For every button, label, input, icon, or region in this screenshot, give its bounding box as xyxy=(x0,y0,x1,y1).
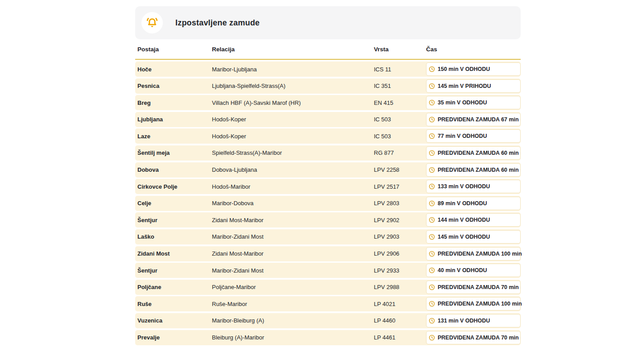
station-cell: Poljčane xyxy=(135,284,212,290)
delay-status-badge: 77 min V ODHODU xyxy=(426,129,521,143)
delay-status-label: 150 min V ODHODU xyxy=(438,66,490,72)
train-type-cell: IC 503 xyxy=(374,116,426,123)
train-type-cell: LPV 2902 xyxy=(374,217,426,223)
clock-icon xyxy=(429,234,435,240)
station-cell: Prevalje xyxy=(135,334,212,341)
table-row: Zidani Most Zidani Most-Maribor LPV 2906… xyxy=(135,246,521,261)
clock-icon xyxy=(429,133,435,139)
train-type-cell: LPV 2517 xyxy=(374,183,426,190)
route-cell: Maribor-Zidani Most xyxy=(212,267,374,274)
station-cell: Hoče xyxy=(135,66,212,73)
clock-icon xyxy=(429,99,435,106)
delay-status-badge: 89 min V ODHODU xyxy=(426,197,521,210)
delay-status-label: PREDVIDENA ZAMUDA 100 min xyxy=(438,251,522,257)
table-row: Breg Villach HBF (A)-Savski Marof (HR) E… xyxy=(135,95,521,110)
route-cell: Bleiburg (A)-Maribor xyxy=(212,334,374,341)
bell-icon xyxy=(145,16,159,29)
route-cell: Dobova-Ljubljana xyxy=(212,166,374,173)
delay-status-badge: PREDVIDENA ZAMUDA 60 min xyxy=(426,146,521,160)
clock-icon xyxy=(429,66,435,72)
clock-icon xyxy=(429,251,435,257)
route-cell: Ljubljana-Spielfeld-Strass(A) xyxy=(212,83,374,89)
route-cell: Hodoš-Maribor xyxy=(212,183,374,190)
delay-status-label: PREDVIDENA ZAMUDA 70 min xyxy=(438,335,519,341)
delay-status-label: PREDVIDENA ZAMUDA 60 min xyxy=(438,167,519,173)
route-cell: Ruše-Maribor xyxy=(212,301,374,307)
delay-status-badge: PREDVIDENA ZAMUDA 100 min xyxy=(426,297,521,310)
delay-status-badge: PREDVIDENA ZAMUDA 60 min xyxy=(426,163,521,177)
station-cell: Ljubljana xyxy=(135,116,212,123)
delay-status-label: 77 min V ODHODU xyxy=(438,133,487,139)
delay-status-label: 145 min V PRIHODU xyxy=(438,83,491,89)
time-badge-cell: 131 min V ODHODU xyxy=(426,313,521,328)
station-cell: Pesnica xyxy=(135,83,212,89)
clock-icon xyxy=(429,318,435,324)
delay-status-badge: PREDVIDENA ZAMUDA 67 min xyxy=(426,113,521,126)
table-row: Šentjur Zidani Most-Maribor LPV 2902 144… xyxy=(135,212,521,228)
route-cell: Zidani Most-Maribor xyxy=(212,217,374,223)
train-type-cell: ICS 11 xyxy=(374,66,426,73)
time-badge-cell: 144 min V ODHODU xyxy=(426,212,521,228)
highlighted-delays-card: Izpostavljene zamude Postaja Relacija Vr… xyxy=(135,6,521,347)
column-header-vrsta: Vrsta xyxy=(374,46,426,53)
station-cell: Zidani Most xyxy=(135,250,212,257)
delay-status-badge: 145 min V PRIHODU xyxy=(426,79,521,93)
delay-status-badge: 150 min V ODHODU xyxy=(426,62,521,76)
route-cell: Maribor-Bleiburg (A) xyxy=(212,317,374,324)
clock-icon xyxy=(429,267,435,273)
station-cell: Dobova xyxy=(135,166,212,173)
column-header-cas: Čas xyxy=(426,46,521,53)
time-badge-cell: 77 min V ODHODU xyxy=(426,128,521,144)
station-cell: Ruše xyxy=(135,301,212,307)
delay-status-label: PREDVIDENA ZAMUDA 100 min xyxy=(438,301,522,307)
time-badge-cell: PREDVIDENA ZAMUDA 60 min xyxy=(426,145,521,161)
route-cell: Maribor-Zidani Most xyxy=(212,233,374,240)
train-type-cell: LPV 2803 xyxy=(374,200,426,207)
delay-status-badge: 131 min V ODHODU xyxy=(426,314,521,327)
train-type-cell: LP 4461 xyxy=(374,334,426,341)
table-row: Pesnica Ljubljana-Spielfeld-Strass(A) IC… xyxy=(135,79,521,94)
time-badge-cell: PREDVIDENA ZAMUDA 70 min xyxy=(426,280,521,295)
table-row: Laze Hodoš-Koper IC 503 77 min V ODHODU xyxy=(135,128,521,144)
train-type-cell: RG 877 xyxy=(374,149,426,156)
train-type-cell: LPV 2903 xyxy=(374,233,426,240)
station-cell: Laško xyxy=(135,233,212,240)
time-badge-cell: PREDVIDENA ZAMUDA 70 min xyxy=(426,330,521,345)
time-badge-cell: PREDVIDENA ZAMUDA 67 min xyxy=(426,112,521,127)
train-type-cell: LP 4021 xyxy=(374,301,426,307)
clock-icon xyxy=(429,301,435,307)
table-row: Šentjur Maribor-Zidani Most LPV 2933 40 … xyxy=(135,263,521,278)
delay-status-badge: 40 min V ODHODU xyxy=(426,264,521,277)
clock-icon xyxy=(429,217,435,223)
delay-status-label: PREDVIDENA ZAMUDA 67 min xyxy=(438,116,519,123)
route-cell: Zidani Most-Maribor xyxy=(212,250,374,257)
delay-status-label: 131 min V ODHODU xyxy=(438,318,490,324)
station-cell: Breg xyxy=(135,99,212,106)
delay-status-badge: 145 min V ODHODU xyxy=(426,230,521,244)
delay-status-label: PREDVIDENA ZAMUDA 60 min xyxy=(438,150,519,156)
table-row: Šentilj meja Spielfeld-Strass(A)-Maribor… xyxy=(135,145,521,161)
station-cell: Šentjur xyxy=(135,267,212,274)
route-cell: Maribor-Dobova xyxy=(212,200,374,207)
train-type-cell: LP 4460 xyxy=(374,317,426,324)
table-row: Ljubljana Hodoš-Koper IC 503 PREDVIDENA … xyxy=(135,112,521,127)
table-row: Dobova Dobova-Ljubljana LPV 2258 PREDVID… xyxy=(135,162,521,178)
delay-status-label: 133 min V ODHODU xyxy=(438,183,490,190)
clock-icon xyxy=(429,116,435,123)
train-type-cell: EN 415 xyxy=(374,99,426,106)
route-cell: Poljčane-Maribor xyxy=(212,284,374,290)
delay-status-badge: PREDVIDENA ZAMUDA 70 min xyxy=(426,331,521,344)
station-cell: Celje xyxy=(135,200,212,207)
clock-icon xyxy=(429,150,435,156)
card-header: Izpostavljene zamude xyxy=(135,6,521,39)
route-cell: Hodoš-Koper xyxy=(212,116,374,123)
delays-table-body: Hoče Maribor-Ljubljana ICS 11 150 min V … xyxy=(135,62,521,345)
route-cell: Maribor-Ljubljana xyxy=(212,66,374,73)
delay-status-label: 144 min V ODHODU xyxy=(438,217,490,223)
table-row: Hoče Maribor-Ljubljana ICS 11 150 min V … xyxy=(135,62,521,77)
clock-icon xyxy=(429,200,435,207)
table-header-row: Postaja Relacija Vrsta Čas xyxy=(135,39,521,60)
delay-status-label: 145 min V ODHODU xyxy=(438,234,490,240)
delay-status-badge: PREDVIDENA ZAMUDA 100 min xyxy=(426,247,521,261)
route-cell: Spielfeld-Strass(A)-Maribor xyxy=(212,149,374,156)
